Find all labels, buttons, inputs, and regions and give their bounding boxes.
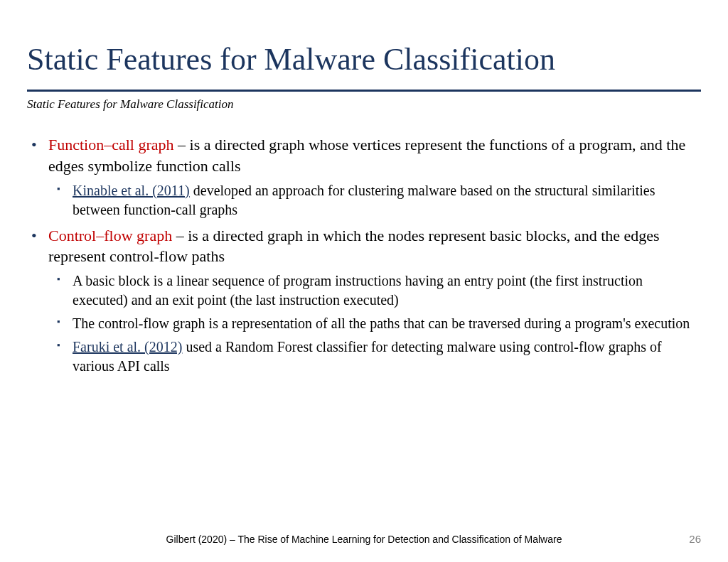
sub-item: The control-flow graph is a representati… — [48, 314, 701, 333]
sub-item-text: The control-flow graph is a representati… — [73, 315, 690, 331]
slide-content: Function–call graph – is a directed grap… — [27, 134, 701, 376]
sub-list: A basic block is a linear sequence of pr… — [48, 271, 701, 376]
list-item: Function–call graph – is a directed grap… — [27, 134, 701, 219]
sub-item: A basic block is a linear sequence of pr… — [48, 271, 701, 310]
list-item: Control–flow graph – is a directed graph… — [27, 225, 701, 376]
citation-link-kinable[interactable]: Kinable et al. (2011) — [73, 183, 190, 198]
footer-citation: Gilbert (2020) – The Rise of Machine Lea… — [0, 534, 728, 545]
sub-item: Kinable et al. (2011) developed an appro… — [48, 181, 701, 220]
sub-item-text: A basic block is a linear sequence of pr… — [73, 273, 643, 308]
term-function-call-graph: Function–call graph — [48, 136, 174, 153]
slide-subtitle: Static Features for Malware Classificati… — [27, 97, 701, 112]
slide: Static Features for Malware Classificati… — [0, 0, 728, 562]
citation-link-faruki[interactable]: Faruki et al. (2012) — [73, 339, 182, 355]
title-divider — [27, 90, 701, 92]
sub-list: Kinable et al. (2011) developed an appro… — [48, 181, 701, 220]
term-control-flow-graph: Control–flow graph — [48, 227, 172, 244]
main-list: Function–call graph – is a directed grap… — [27, 134, 701, 376]
sub-item: Faruki et al. (2012) used a Random Fores… — [48, 337, 701, 376]
page-number: 26 — [689, 533, 701, 545]
slide-title: Static Features for Malware Classificati… — [27, 43, 701, 77]
